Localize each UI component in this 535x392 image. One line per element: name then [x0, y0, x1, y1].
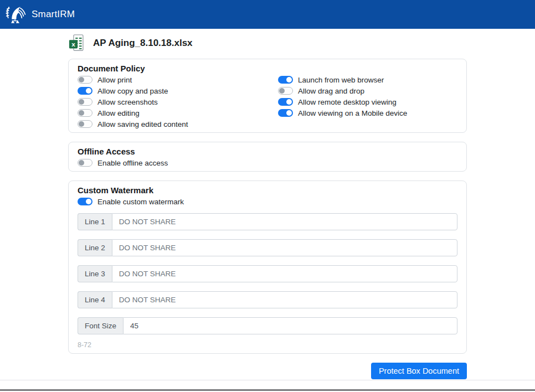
- toggle-column-right: Launch from web browser Allow drag and d…: [278, 76, 457, 128]
- line-1-input[interactable]: [112, 213, 457, 230]
- toggle-column-left: Allow print Allow copy and paste Allow s…: [78, 76, 278, 128]
- toggle-knob: [86, 199, 91, 204]
- document-policy-title: Document Policy: [78, 64, 457, 74]
- toggle-knob: [286, 99, 292, 105]
- line-1-label: Line 1: [78, 213, 112, 230]
- enable-offline-access-toggle[interactable]: [78, 159, 92, 167]
- watermark-line-4-group: Line 4: [78, 291, 457, 308]
- toggle-knob: [79, 99, 84, 105]
- toggle-knob: [86, 88, 91, 94]
- watermark-line-1-group: Line 1: [78, 213, 457, 230]
- excel-file-icon: x: [68, 34, 87, 53]
- enable-offline-access-label: Enable offline access: [97, 159, 168, 167]
- allow-screenshots-toggle[interactable]: [78, 98, 92, 106]
- toggle-knob: [79, 77, 84, 82]
- allow-copy-paste-toggle[interactable]: [78, 87, 92, 95]
- allow-saving-edited-content-toggle[interactable]: [78, 120, 92, 128]
- toggle-row-allow-drag-drop: Allow drag and drop: [278, 87, 457, 95]
- custom-watermark-card: Custom Watermark Enable custom watermark…: [68, 180, 467, 354]
- line-3-label: Line 3: [78, 265, 112, 282]
- font-size-hint: 8-72: [78, 341, 457, 349]
- allow-remote-desktop-viewing-label: Allow remote desktop viewing: [298, 98, 397, 106]
- footer-divider: [0, 380, 535, 380]
- toggle-row-allow-remote-desktop-viewing: Allow remote desktop viewing: [278, 98, 457, 106]
- file-header: x AP Aging_8.10.18.xlsx: [68, 33, 467, 53]
- allow-editing-label: Allow editing: [97, 109, 140, 117]
- toggle-knob: [79, 110, 84, 116]
- file-title: AP Aging_8.10.18.xlsx: [93, 38, 193, 49]
- toggle-knob: [79, 160, 84, 166]
- app-name: SmartIRM: [32, 9, 75, 20]
- line-4-label: Line 4: [78, 291, 112, 308]
- toggle-row-allow-editing: Allow editing: [78, 109, 278, 117]
- line-4-input[interactable]: [112, 291, 457, 308]
- allow-saving-edited-content-label: Allow saving edited content: [97, 120, 188, 128]
- offline-access-title: Offline Access: [78, 147, 457, 157]
- toggle-knob: [286, 110, 292, 116]
- irs-eagle-logo-icon: [6, 4, 27, 24]
- toggle-row-allow-saving-edited-content: Allow saving edited content: [78, 120, 278, 128]
- font-size-input[interactable]: [123, 317, 457, 334]
- allow-mobile-viewing-label: Allow viewing on a Mobile device: [298, 109, 407, 117]
- toggle-row-enable-custom-watermark: Enable custom watermark: [78, 198, 457, 205]
- toggle-row-enable-offline-access: Enable offline access: [78, 159, 457, 167]
- launch-from-web-browser-toggle[interactable]: [278, 76, 293, 84]
- allow-drag-drop-toggle[interactable]: [278, 87, 293, 95]
- document-policy-toggles: Allow print Allow copy and paste Allow s…: [78, 76, 457, 128]
- font-size-group: Font Size: [78, 317, 457, 334]
- bottom-bar: [0, 389, 535, 391]
- line-2-label: Line 2: [78, 239, 112, 256]
- toggle-knob: [79, 121, 84, 127]
- watermark-inputs: Line 1 Line 2 Line 3 Line 4 Font Size 8-…: [78, 213, 457, 349]
- enable-custom-watermark-label: Enable custom watermark: [97, 198, 184, 206]
- main-content: x AP Aging_8.10.18.xlsx Document Policy …: [68, 33, 467, 379]
- toggle-row-allow-copy-paste: Allow copy and paste: [78, 87, 278, 95]
- allow-mobile-viewing-toggle[interactable]: [278, 109, 293, 117]
- allow-editing-toggle[interactable]: [78, 109, 92, 117]
- line-3-input[interactable]: [112, 265, 457, 282]
- allow-drag-drop-label: Allow drag and drop: [298, 87, 364, 95]
- allow-screenshots-label: Allow screenshots: [97, 98, 158, 106]
- toggle-row-allow-print: Allow print: [78, 76, 278, 84]
- allow-print-label: Allow print: [97, 76, 132, 84]
- line-2-input[interactable]: [112, 239, 457, 256]
- toggle-row-allow-screenshots: Allow screenshots: [78, 98, 278, 106]
- actions-row: Protect Box Document: [68, 363, 467, 379]
- toggle-row-launch-from-web-browser: Launch from web browser: [278, 76, 457, 84]
- enable-custom-watermark-toggle[interactable]: [78, 198, 92, 205]
- toggle-row-allow-mobile-viewing: Allow viewing on a Mobile device: [278, 109, 457, 117]
- font-size-label: Font Size: [78, 317, 123, 334]
- offline-access-card: Offline Access Enable offline access: [68, 142, 467, 172]
- allow-copy-paste-label: Allow copy and paste: [97, 87, 168, 95]
- app-header: SmartIRM: [0, 0, 535, 29]
- toggle-knob: [279, 88, 285, 94]
- launch-from-web-browser-label: Launch from web browser: [298, 76, 384, 84]
- allow-print-toggle[interactable]: [78, 76, 92, 84]
- toggle-knob: [286, 77, 292, 82]
- watermark-line-2-group: Line 2: [78, 239, 457, 256]
- allow-remote-desktop-viewing-toggle[interactable]: [278, 98, 293, 106]
- svg-text:x: x: [71, 40, 75, 48]
- custom-watermark-title: Custom Watermark: [78, 185, 457, 195]
- protect-box-document-button[interactable]: Protect Box Document: [371, 363, 467, 379]
- watermark-line-3-group: Line 3: [78, 265, 457, 282]
- document-policy-card: Document Policy Allow print Allow copy a…: [68, 59, 467, 133]
